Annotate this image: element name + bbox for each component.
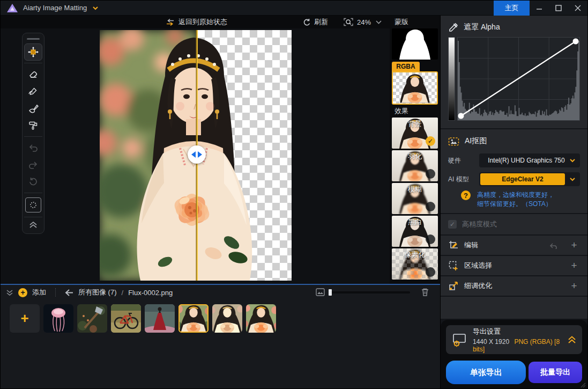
- effect-thumbnail-background[interactable]: 背景 ✓: [392, 118, 438, 149]
- effect-checked-icon[interactable]: ✓: [426, 136, 435, 146]
- film-thumbnail-bicycle[interactable]: [111, 304, 141, 333]
- batch-export-button[interactable]: 批量导出: [529, 362, 582, 383]
- undo-button[interactable]: [24, 139, 42, 156]
- collapse-filmstrip-icon[interactable]: [6, 289, 13, 296]
- film-thumbnail-red-dress[interactable]: [145, 304, 175, 333]
- close-button[interactable]: [568, 1, 587, 16]
- zoom-icon: [344, 18, 353, 26]
- move-tool[interactable]: [24, 43, 42, 61]
- edit-undo-icon[interactable]: [549, 241, 559, 249]
- mask-thumbnail[interactable]: [392, 28, 438, 60]
- zoom-dropdown-chevron[interactable]: [376, 16, 382, 28]
- add-image-tile[interactable]: +: [10, 304, 40, 333]
- chevron-down-icon: [376, 20, 382, 24]
- delete-image-icon[interactable]: [421, 288, 429, 297]
- add-image-icon[interactable]: +: [18, 288, 27, 297]
- ai-model-value: EdgeClear V2: [480, 173, 565, 185]
- ai-matting-section: AI抠图 硬件 Intel(R) UHD Graphics 750 AI 模型 …: [441, 129, 587, 213]
- ai-model-select[interactable]: EdgeClear V2: [479, 172, 580, 186]
- breadcrumb-all-images[interactable]: 所有图像 (7): [78, 288, 117, 297]
- film-thumbnail-jellyfish[interactable]: [43, 304, 73, 333]
- zoom-control[interactable]: 24%: [344, 16, 371, 28]
- app-logo-icon: [7, 4, 18, 12]
- slider-right-arrow-icon: [198, 151, 202, 158]
- effect-unchecked-icon[interactable]: [426, 267, 435, 277]
- effect-thumbnail-bw[interactable]: 黑白: [392, 216, 438, 247]
- chevron-down-icon: [569, 177, 576, 181]
- minimize-button[interactable]: [530, 1, 549, 16]
- film-thumbnail-axe[interactable]: [77, 304, 107, 333]
- help-icon[interactable]: ?: [461, 190, 471, 200]
- canvas-area: 返回到原始状态 刷新 24%: [1, 16, 390, 284]
- effect-unchecked-icon[interactable]: [426, 234, 435, 244]
- film-thumbnail-woman-roses-1[interactable]: [212, 304, 242, 333]
- precision-mode-label: 高精度模式: [462, 219, 497, 229]
- model-hint-text: 高精度，边缘和锐度更好， 细节保留更好。（SOTA）: [477, 190, 554, 209]
- refine-label: 细调优化: [464, 281, 492, 291]
- region-expand-button[interactable]: +: [568, 261, 580, 270]
- zoom-value: 24%: [357, 18, 371, 26]
- region-select-label: 区域选择: [464, 261, 492, 270]
- rgba-tab[interactable]: RGBA: [392, 62, 420, 71]
- add-image-label[interactable]: 添加: [32, 288, 46, 297]
- effect-thumbnail-blur[interactable]: 模糊: [392, 183, 438, 214]
- edit-section[interactable]: 编辑 +: [441, 236, 587, 255]
- collapse-export-icon[interactable]: [567, 335, 577, 344]
- titlebar: Aiarty Image Matting 主页: [1, 1, 587, 16]
- export-settings-title: 导出设置: [473, 327, 562, 336]
- eyedropper-icon[interactable]: [448, 23, 458, 33]
- refine-expand-button[interactable]: +: [568, 281, 580, 291]
- refine-icon: [448, 281, 459, 291]
- marquee-select-tool[interactable]: [25, 197, 41, 212]
- precision-mode-checkbox[interactable]: ✓: [448, 220, 457, 229]
- back-arrow-icon[interactable]: [65, 289, 73, 296]
- export-settings-button[interactable]: 导出设置 1440 X 1920 PNG (RGBA) [8 bits]: [446, 325, 582, 354]
- effect-unchecked-icon[interactable]: [426, 202, 435, 211]
- brush-tool[interactable]: [24, 100, 42, 117]
- pen-tool[interactable]: [24, 83, 42, 100]
- right-panel: 遮罩 Alpha AI抠图 硬件 Intel(R) UHD G: [440, 16, 587, 389]
- app-title: Aiarty Image Matting: [23, 4, 87, 12]
- ai-matting-icon: [448, 136, 459, 146]
- effect-thumbnail-feather[interactable]: 羽化: [392, 150, 438, 181]
- collapse-palette-button[interactable]: [24, 219, 42, 230]
- effect-unchecked-icon[interactable]: [426, 169, 435, 179]
- eraser-tool[interactable]: [24, 65, 42, 83]
- hardware-value: Intel(R) UHD Graphics 750: [483, 157, 569, 164]
- film-thumbnail-girl-flower-selected[interactable]: [178, 304, 209, 333]
- reset-view-label: 返回到原始状态: [178, 17, 227, 27]
- chevron-down-icon[interactable]: [92, 6, 99, 10]
- reset-button[interactable]: [24, 173, 42, 190]
- thumbnail-size-slider[interactable]: [329, 291, 410, 293]
- palette-drag-handle[interactable]: [27, 38, 40, 40]
- ai-model-label: AI 模型: [448, 175, 479, 184]
- compare-slider-handle[interactable]: [188, 145, 206, 164]
- reset-view-button[interactable]: 返回到原始状态: [166, 16, 227, 28]
- single-export-button[interactable]: 单张导出: [446, 361, 526, 384]
- edit-expand-button[interactable]: +: [568, 240, 580, 250]
- hardware-select[interactable]: Intel(R) UHD Graphics 750: [479, 153, 580, 167]
- export-settings-icon: [451, 332, 467, 348]
- region-select-section[interactable]: 区域选择 +: [441, 256, 587, 275]
- film-thumbnail-woman-roses-2[interactable]: [246, 304, 276, 333]
- slider-handle[interactable]: [329, 289, 332, 296]
- alpha-section-title: 遮罩 Alpha: [464, 23, 500, 32]
- roller-tool[interactable]: [24, 117, 42, 134]
- refresh-label: 刷新: [314, 17, 328, 27]
- alpha-histogram[interactable]: [457, 37, 580, 121]
- refine-section[interactable]: 细调优化 +: [441, 276, 587, 296]
- home-button[interactable]: 主页: [494, 1, 530, 16]
- panel-empty-area: [441, 297, 587, 319]
- effect-thumbnail-pixelate[interactable]: 像素化: [392, 248, 438, 280]
- resize-grip[interactable]: [578, 380, 586, 388]
- rgba-thumbnail[interactable]: [392, 71, 438, 105]
- mask-section-label: 蒙版: [392, 16, 438, 28]
- maximize-button[interactable]: [549, 1, 568, 16]
- ai-section-title: AI抠图: [465, 136, 487, 146]
- breadcrumb-separator: /: [122, 289, 124, 297]
- refresh-button[interactable]: 刷新: [302, 16, 328, 28]
- thumbnail-size-icon: [316, 288, 325, 296]
- slider-left-arrow-icon: [191, 151, 196, 158]
- current-filename: Flux-0002.png: [128, 289, 173, 297]
- redo-button[interactable]: [24, 156, 42, 173]
